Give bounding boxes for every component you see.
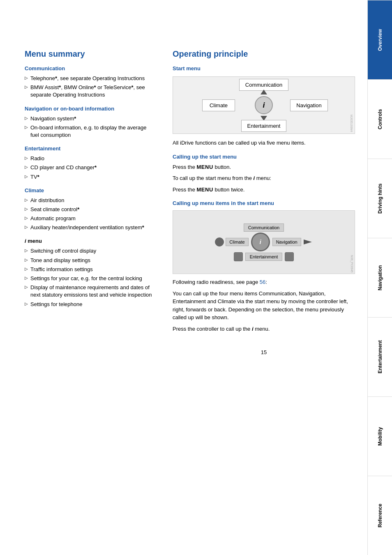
calling-start-section: Calling up the start menu Press the MENU… — [173, 154, 355, 194]
list-item: ▷ Navigation system* — [25, 115, 156, 122]
center-icon-area: i — [255, 90, 273, 121]
communication-list: ▷ Telephone*, see separate Operating Ins… — [25, 75, 156, 99]
calling-diagram-content: Communication Climate i — [177, 215, 350, 269]
bullet-icon: ▷ — [25, 174, 28, 180]
svg-marker-0 — [304, 240, 312, 244]
communication-heading: Communication — [25, 65, 156, 71]
bullet-icon: ▷ — [25, 84, 28, 90]
left-column: Menu summary Communication ▷ Telephone*,… — [25, 49, 156, 543]
calling-climate-box: Climate — [226, 238, 248, 246]
bullet-icon: ▷ — [25, 164, 28, 170]
small-knob-left — [215, 237, 224, 246]
body-text-2a: Following radio readiness, see page 56: — [173, 278, 355, 286]
calling-right-arrow — [303, 237, 313, 247]
list-item: ▷ Tone and display settings — [25, 257, 156, 264]
sidebar-tab-navigation[interactable]: Navigation — [368, 238, 392, 317]
bullet-icon: ▷ — [25, 224, 28, 230]
right-column: Operating principle Start menu Communica… — [173, 49, 355, 543]
start-menu-heading: Start menu — [173, 65, 355, 71]
calling-diagram-wrapper: Communication Climate i — [173, 211, 355, 274]
list-item: ▷ Seat climate control* — [25, 206, 156, 213]
list-item: ▷ On-board information, e.g. to display … — [25, 124, 156, 139]
list-item: ▷ Switching off control display — [25, 247, 156, 255]
calling-middle-row: Climate i Navigation — [215, 233, 312, 251]
calling-communication-box: Communication — [244, 223, 284, 232]
calling-start-line2: To call up the start menu from the i men… — [173, 174, 355, 182]
bottom-left-group — [234, 252, 243, 261]
list-item: ▷ CD player and CD changer* — [25, 164, 156, 171]
imenu-heading: i menu — [25, 238, 156, 244]
bullet-icon: ▷ — [25, 257, 28, 263]
calling-center-knob: i — [251, 233, 270, 251]
left-section-title: Menu summary — [25, 49, 156, 59]
list-item: ▷ Settings for your car, e.g. for the ce… — [25, 275, 156, 282]
sidebar-tab-overview[interactable]: Overview — [368, 0, 392, 79]
imenu-list: ▷ Switching off control display ▷ Tone a… — [25, 247, 156, 308]
imenu-section: i menu ▷ Switching off control display ▷… — [25, 238, 156, 308]
list-item: ▷ Display of maintenance requirements an… — [25, 284, 156, 299]
calling-start-line1: Press the MENU button. — [173, 163, 355, 171]
list-item: ▷ Telephone*, see separate Operating Ins… — [25, 75, 156, 82]
entertainment-list: ▷ Radio ▷ CD player and CD changer* ▷ TV… — [25, 155, 156, 181]
climate-list: ▷ Air distribution ▷ Seat climate contro… — [25, 197, 156, 232]
bullet-icon: ▷ — [25, 124, 28, 130]
calling-items-heading: Calling up menu items in the start menu — [173, 200, 355, 206]
bullet-icon: ▷ — [25, 275, 28, 281]
small-btn-left — [234, 252, 243, 261]
list-item: ▷ Air distribution — [25, 197, 156, 204]
communication-box: Communication — [239, 79, 288, 91]
arrow-right-svg — [304, 240, 312, 244]
climate-box: Climate — [202, 99, 235, 111]
bullet-icon: ▷ — [25, 284, 28, 290]
page-number: 15 — [173, 349, 355, 355]
page-link-56[interactable]: 56 — [260, 279, 265, 285]
communication-section: Communication ▷ Telephone*, see separate… — [25, 65, 156, 99]
calling-menu-diagram: Communication Climate i — [173, 210, 355, 274]
bullet-icon: ▷ — [25, 266, 28, 272]
calling-entertainment-box: Entertainment — [245, 253, 282, 261]
sidebar-tab-mobility[interactable]: Mobility — [368, 396, 392, 476]
sidebar-tab-reference[interactable]: Reference — [368, 476, 392, 555]
bullet-icon: ▷ — [25, 206, 28, 212]
sidebar-tab-driving-hints[interactable]: Driving hints — [368, 159, 392, 238]
bullet-icon: ▷ — [25, 301, 28, 307]
entertainment-section: Entertainment ▷ Radio ▷ CD player and CD… — [25, 145, 156, 181]
bullet-icon: ▷ — [25, 197, 28, 203]
climate-section: Climate ▷ Air distribution ▷ Seat climat… — [25, 187, 156, 232]
small-btn-right — [285, 252, 294, 261]
list-item: ▷ Auxiliary heater/independent ventilati… — [25, 224, 156, 231]
list-item: ▷ BMW Assist*, BMW Online* or TeleServic… — [25, 84, 156, 99]
calling-bottom-row: Entertainment — [234, 252, 294, 261]
bullet-icon: ▷ — [25, 115, 28, 121]
bottom-right-group — [285, 252, 294, 261]
bullet-icon: ▷ — [25, 248, 28, 253]
calling-center-area: i — [251, 233, 270, 251]
navigation-section: Navigation or on-board information ▷ Nav… — [25, 106, 156, 139]
calling-start-line3: Press the MENU button twice. — [173, 186, 355, 194]
calling-top-row: Communication — [217, 223, 311, 232]
bullet-icon: ▷ — [25, 215, 28, 221]
calling-navigation-box: Navigation — [272, 238, 301, 246]
list-item: ▷ Automatic program — [25, 215, 156, 222]
body-text-2c: Press the controller to call up the i me… — [173, 325, 355, 333]
entertainment-heading: Entertainment — [25, 145, 156, 152]
list-item: ▷ Traffic information settings — [25, 266, 156, 273]
sidebar-tab-entertainment[interactable]: Entertainment — [368, 317, 392, 396]
list-item: ▷ Settings for telephone — [25, 301, 156, 308]
sidebar: Overview Controls Driving hints Navigati… — [367, 0, 392, 555]
navigation-heading: Navigation or on-board information — [25, 106, 156, 112]
calling-left-group: Climate — [215, 237, 248, 246]
watermark: MJ635193M4 — [350, 115, 353, 132]
start-menu-section: Start menu Communication Climate i — [173, 65, 355, 147]
start-menu-diagram: Communication Climate i Navigation Enter — [173, 76, 355, 134]
entertainment-box: Entertainment — [241, 120, 287, 132]
calling-right-group: Navigation — [272, 237, 313, 247]
navigation-list: ▷ Navigation system* ▷ On-board informat… — [25, 115, 156, 139]
body-text-1: All iDrive functions can be called up vi… — [173, 139, 355, 147]
center-i-icon: i — [255, 96, 273, 114]
bullet-icon: ▷ — [25, 75, 28, 81]
body-text-2b: You can call up the four menu items Comm… — [173, 290, 355, 322]
sidebar-tab-controls[interactable]: Controls — [368, 79, 392, 159]
navigation-box: Navigation — [290, 99, 327, 111]
watermark2: MJ6_PC0945 — [350, 255, 353, 272]
